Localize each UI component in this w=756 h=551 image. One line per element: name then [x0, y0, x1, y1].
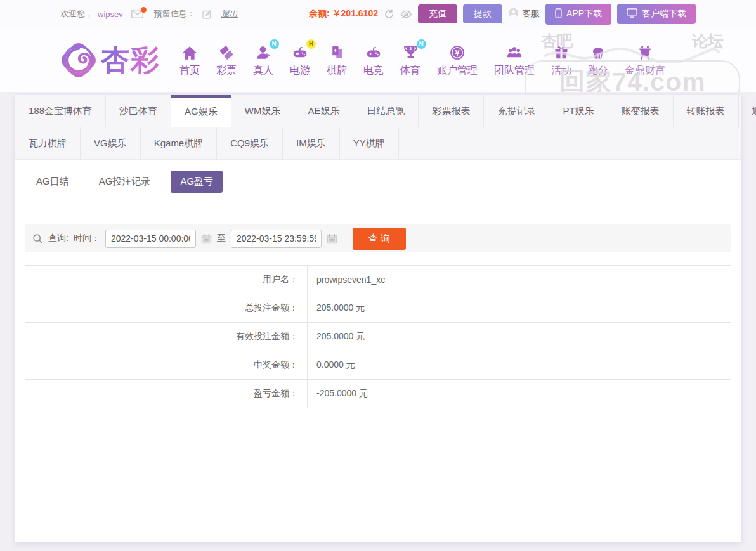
- cards-icon: [329, 43, 345, 61]
- svg-text:¥: ¥: [455, 48, 460, 57]
- tab-im[interactable]: IM娱乐: [283, 127, 340, 159]
- tab-chongti[interactable]: 充提记录: [484, 95, 549, 127]
- activity-icon: [553, 43, 570, 61]
- main-nav: 首页 彩票 N 真人 H 电游: [179, 43, 665, 77]
- calendar-icon[interactable]: [327, 233, 337, 244]
- row-label: 有效投注金额：: [25, 323, 308, 351]
- team-icon: [505, 43, 523, 61]
- tab-wali[interactable]: 瓦力棋牌: [15, 127, 81, 159]
- tab-188jinbaobo[interactable]: 188金宝博体育: [15, 95, 106, 127]
- lottery-icon: [218, 43, 235, 61]
- query-label: 查询:: [48, 233, 68, 244]
- home-icon: [181, 43, 198, 61]
- esport-icon: [365, 43, 382, 61]
- egame-icon: H: [291, 43, 309, 61]
- tab-cq9[interactable]: CQ9娱乐: [217, 127, 283, 159]
- logo-text: 杏彩: [101, 46, 160, 74]
- mail-icon[interactable]: [131, 10, 143, 18]
- tab-kgame[interactable]: Kgame棋牌: [141, 127, 218, 159]
- search-icon: [32, 233, 43, 244]
- username: wipsev: [98, 10, 123, 19]
- tab-vg[interactable]: VG娱乐: [81, 127, 141, 159]
- eye-off-icon[interactable]: [400, 10, 412, 19]
- notification-dot: [141, 7, 147, 13]
- wealth-icon: [637, 43, 653, 61]
- nav-item-activity[interactable]: 活动: [551, 43, 571, 77]
- nav-item-esport[interactable]: 电竞: [363, 43, 384, 77]
- nav-badge-h: H: [306, 39, 316, 49]
- tab-ag-active[interactable]: AG娱乐: [171, 95, 231, 127]
- nav-item-paofen[interactable]: 跑分: [588, 43, 608, 77]
- edit-icon[interactable]: [202, 10, 212, 19]
- date-from-input[interactable]: [105, 230, 196, 248]
- paofen-icon: [590, 43, 606, 61]
- nav-item-wealth[interactable]: 金鼎财富: [625, 43, 665, 77]
- row-value: -205.0000 元: [308, 380, 731, 408]
- monitor-icon: [627, 8, 637, 20]
- table-row-total-bet: 总投注金额： 205.0000 元: [25, 294, 731, 323]
- client-download-button[interactable]: 客户端下载: [617, 4, 696, 24]
- time-label: 时间：: [74, 233, 100, 244]
- nav-item-team[interactable]: 团队管理: [494, 43, 535, 77]
- subtab-ag-daily[interactable]: AG日结: [27, 171, 79, 193]
- tab-ae[interactable]: AE娱乐: [294, 95, 353, 127]
- tab-zhuanzhang[interactable]: 转账报表: [674, 95, 739, 127]
- customer-service-button[interactable]: 客服: [508, 8, 540, 20]
- tab-row-1: 188金宝博体育 沙巴体育 AG娱乐 WM娱乐 AE娱乐 日结总览 彩票报表 充…: [15, 95, 741, 127]
- logout-link[interactable]: 退出: [221, 8, 238, 20]
- table-row-valid-bet: 有效投注金额： 205.0000 元: [25, 323, 731, 351]
- nav-item-live[interactable]: N 真人: [253, 43, 273, 77]
- subtab-ag-profit-active[interactable]: AG盈亏: [171, 171, 223, 193]
- live-icon: N: [255, 43, 272, 61]
- row-value: 205.0000 元: [308, 294, 731, 323]
- nav-item-lottery[interactable]: 彩票: [216, 43, 237, 77]
- tab-filler: [399, 127, 741, 159]
- account-icon: ¥: [449, 43, 466, 61]
- phone-icon: [555, 8, 562, 20]
- query-submit-button[interactable]: 查 询: [353, 228, 406, 250]
- tab-fandian[interactable]: 返点总额: [739, 95, 756, 127]
- profit-report-table: 用户名： prowipseven1_xc 总投注金额： 205.0000 元 有…: [25, 265, 731, 408]
- topbar: 欢迎您，wipsev 预留信息： 退出 余额: ￥201.6102 充值 提款: [0, 0, 756, 28]
- nav-item-sports[interactable]: 1 N 体育: [400, 43, 420, 77]
- refresh-icon[interactable]: [384, 9, 394, 20]
- date-to-input[interactable]: [231, 230, 322, 248]
- logo-emblem-icon: [60, 42, 97, 79]
- tab-rijie[interactable]: 日结总览: [353, 95, 419, 127]
- service-avatar-icon: [508, 8, 519, 20]
- nav-item-account[interactable]: ¥ 账户管理: [437, 43, 478, 77]
- row-value: prowipseven1_xc: [308, 266, 731, 294]
- row-label: 盈亏金额：: [25, 380, 308, 408]
- tab-wm[interactable]: WM娱乐: [231, 95, 295, 127]
- withdraw-button[interactable]: 提款: [463, 4, 502, 23]
- tab-pt[interactable]: PT娱乐: [549, 95, 608, 127]
- tab-caipiao-report[interactable]: 彩票报表: [419, 95, 484, 127]
- nav-badge-n: N: [270, 39, 279, 49]
- recharge-button[interactable]: 充值: [418, 4, 457, 23]
- calendar-icon[interactable]: [201, 233, 212, 244]
- tab-yy[interactable]: YY棋牌: [340, 127, 399, 159]
- tab-zhangbian[interactable]: 账变报表: [608, 95, 674, 127]
- tab-row-2: 瓦力棋牌 VG娱乐 Kgame棋牌 CQ9娱乐 IM娱乐 YY棋牌: [15, 127, 741, 160]
- subtab-bar: AG日结 AG投注记录 AG盈亏: [15, 160, 741, 193]
- app-download-button[interactable]: APP下载: [545, 4, 611, 25]
- tab-shaba[interactable]: 沙巴体育: [106, 95, 171, 127]
- row-label: 总投注金额：: [25, 294, 308, 323]
- to-label: 至: [217, 233, 226, 244]
- balance: 余额: ￥201.6102: [309, 8, 378, 20]
- row-label: 用户名：: [25, 266, 308, 294]
- subtab-ag-bets[interactable]: AG投注记录: [89, 171, 160, 193]
- query-bar: 查询: 时间： 至 查 询: [25, 224, 731, 252]
- svg-text:1: 1: [409, 46, 412, 51]
- nav-item-cards[interactable]: 棋牌: [327, 43, 347, 77]
- watermark-right-text: 论坛: [692, 30, 724, 51]
- nav-item-egame[interactable]: H 电游: [290, 43, 310, 77]
- site-logo[interactable]: 杏彩: [60, 42, 160, 79]
- balance-value: ￥201.6102: [332, 8, 378, 18]
- nav-item-home[interactable]: 首页: [179, 43, 200, 77]
- row-label: 中奖金额：: [25, 351, 308, 380]
- row-value: 0.0000 元: [308, 351, 731, 380]
- welcome-text: 欢迎您，: [60, 8, 93, 20]
- reserved-info-label: 预留信息：: [154, 8, 195, 20]
- main-card: 188金宝博体育 沙巴体育 AG娱乐 WM娱乐 AE娱乐 日结总览 彩票报表 充…: [15, 95, 741, 542]
